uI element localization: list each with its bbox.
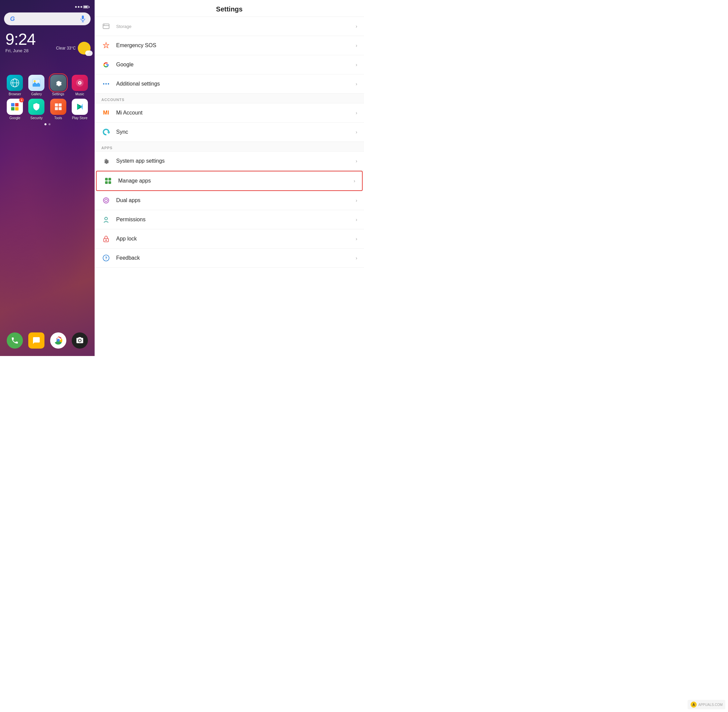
google-app-icon: 1	[7, 99, 23, 115]
status-bar	[4, 4, 90, 10]
svg-point-11	[79, 82, 80, 83]
mic-icon[interactable]	[80, 16, 86, 22]
storage-label: Storage	[116, 24, 356, 29]
system-app-settings-icon	[101, 156, 111, 166]
permissions-chevron: ›	[356, 217, 357, 222]
google-app[interactable]: 1 Google	[5, 99, 24, 120]
phone-dock-icon[interactable]	[7, 332, 23, 349]
accounts-section-header: ACCOUNTS	[95, 93, 364, 104]
signal-icon	[75, 6, 77, 8]
security-app[interactable]: Security	[27, 99, 46, 120]
emergency-sos-chevron: ›	[356, 43, 357, 48]
app-grid: Browser Gallery	[4, 75, 90, 120]
svg-point-33	[103, 198, 109, 203]
settings-panel: Settings Storage › ! Emergency	[95, 0, 364, 356]
system-app-settings-chevron: ›	[356, 158, 357, 164]
app-lock-chevron: ›	[356, 236, 357, 242]
svg-rect-15	[15, 107, 19, 110]
music-app[interactable]: Music	[70, 75, 89, 96]
sync-icon	[101, 127, 111, 137]
dual-apps-item[interactable]: Dual apps ›	[95, 191, 364, 210]
weather-icon	[78, 42, 90, 55]
emergency-sos-item[interactable]: ! Emergency SOS ›	[95, 36, 364, 55]
storage-chevron: ›	[356, 24, 357, 29]
google-settings-label: Google	[116, 62, 356, 68]
google-settings-chevron: ›	[356, 62, 357, 67]
manage-apps-item[interactable]: Manage apps ›	[96, 171, 363, 191]
bottom-dock	[4, 329, 90, 352]
playstore-label: Play Store	[72, 116, 87, 120]
additional-settings-chevron: ›	[356, 81, 357, 86]
svg-point-31	[105, 83, 107, 85]
settings-header: Settings	[95, 0, 364, 17]
svg-rect-17	[59, 104, 62, 107]
mi-account-item[interactable]: MI Mi Account ›	[95, 104, 364, 123]
music-icon	[72, 75, 88, 91]
security-icon	[28, 99, 44, 115]
sync-chevron: ›	[356, 129, 357, 135]
google-logo: G	[9, 15, 16, 22]
settings-label: Settings	[52, 92, 64, 96]
emergency-sos-label: Emergency SOS	[116, 42, 356, 49]
weather-widget: Clear 33°C	[4, 42, 90, 55]
browser-app[interactable]: Browser	[5, 75, 24, 96]
gallery-icon	[28, 75, 44, 91]
svg-point-28	[104, 25, 105, 25]
svg-rect-0	[82, 15, 84, 19]
sync-item[interactable]: Sync ›	[95, 123, 364, 142]
permissions-item[interactable]: Permissions ›	[95, 210, 364, 229]
notification-badge: 1	[19, 98, 24, 102]
svg-text:?: ?	[105, 256, 107, 260]
browser-icon	[7, 75, 23, 91]
svg-rect-13	[15, 103, 19, 107]
system-app-settings-label: System app settings	[116, 158, 356, 164]
svg-rect-12	[11, 103, 15, 107]
home-screen: G 9:24 Fri, June 28 Clear 33°C	[0, 0, 95, 356]
tools-app[interactable]: Tools	[49, 99, 68, 120]
security-label: Security	[30, 116, 42, 120]
feedback-chevron: ›	[356, 255, 357, 261]
gallery-label: Gallery	[31, 92, 42, 96]
playstore-app[interactable]: Play Store	[70, 99, 89, 120]
manage-apps-label: Manage apps	[118, 178, 354, 184]
svg-point-30	[103, 83, 104, 85]
google-settings-icon	[101, 60, 111, 70]
system-app-settings-item[interactable]: System app settings ›	[95, 151, 364, 171]
svg-point-37	[105, 239, 107, 241]
music-label: Music	[76, 92, 84, 96]
feedback-icon: ?	[101, 253, 111, 263]
settings-list: Storage › ! Emergency SOS ›	[95, 17, 364, 356]
camera-dock-icon[interactable]	[72, 332, 88, 349]
browser-label: Browser	[9, 92, 21, 96]
storage-item[interactable]: Storage ›	[95, 17, 364, 36]
feedback-item[interactable]: ? Feedback ›	[95, 249, 364, 268]
settings-title: Settings	[216, 5, 243, 13]
additional-settings-item[interactable]: Additional settings ›	[95, 74, 364, 93]
wifi-icon	[78, 6, 80, 8]
storage-icon	[101, 22, 111, 31]
settings-app[interactable]: Settings	[49, 75, 68, 96]
additional-settings-icon	[101, 79, 111, 89]
weather-info: Clear 33°C	[56, 46, 76, 50]
additional-settings-label: Additional settings	[116, 81, 356, 87]
tools-label: Tools	[54, 116, 62, 120]
dual-apps-icon	[101, 196, 111, 205]
svg-point-32	[108, 83, 109, 85]
emergency-sos-icon: !	[101, 41, 111, 50]
dual-apps-label: Dual apps	[116, 197, 356, 203]
gallery-app[interactable]: Gallery	[27, 75, 46, 96]
messages-dock-icon[interactable]	[28, 332, 44, 349]
google-settings-item[interactable]: Google ›	[95, 55, 364, 74]
search-bar[interactable]: G	[4, 12, 90, 25]
svg-rect-19	[59, 107, 62, 110]
app-lock-item[interactable]: App lock ›	[95, 229, 364, 249]
grid-icon	[105, 178, 111, 184]
svg-point-8	[34, 80, 36, 82]
battery-icon	[83, 5, 89, 9]
settings-icon	[50, 75, 66, 91]
tools-icon	[50, 99, 66, 115]
chrome-dock-icon[interactable]	[50, 332, 66, 349]
manage-apps-chevron: ›	[354, 178, 355, 184]
svg-text:!: !	[106, 44, 107, 46]
sync-label: Sync	[116, 129, 356, 135]
